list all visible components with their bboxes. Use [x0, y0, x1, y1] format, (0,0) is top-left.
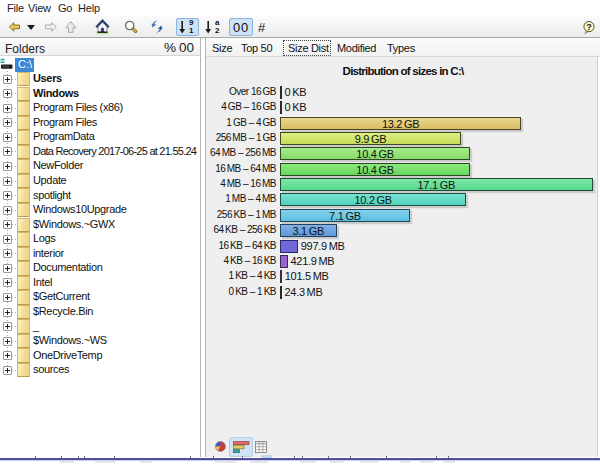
svg-text:?: ? — [586, 22, 592, 32]
